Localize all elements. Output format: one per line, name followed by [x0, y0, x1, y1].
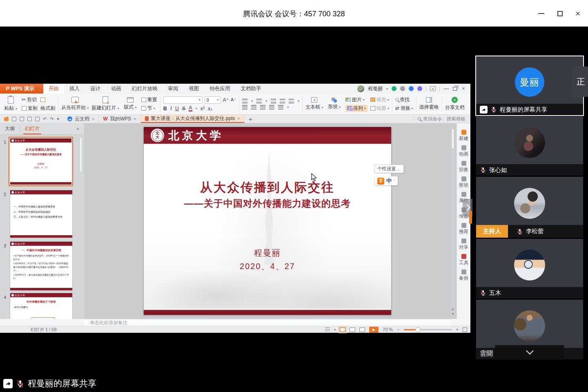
new-slide-button[interactable]: 新建幻灯片 ▾ — [91, 96, 119, 111]
tab-home[interactable]: 开始 — [43, 84, 64, 94]
notes-toggle-icon[interactable] — [325, 327, 330, 332]
picture-button[interactable]: 图片 ▾ — [345, 96, 368, 103]
close-button[interactable]: × — [574, 10, 581, 17]
tab-review[interactable]: 审阅 — [163, 84, 184, 94]
export-icon[interactable] — [20, 117, 24, 121]
close-tab-icon[interactable]: × — [92, 116, 94, 121]
bold-button[interactable]: B — [163, 106, 167, 111]
account-name[interactable]: 程曼丽 — [368, 85, 383, 92]
justify-icon[interactable] — [269, 105, 274, 109]
layout-button[interactable]: 版式 ▾ — [122, 97, 138, 111]
canvas-scrollbar-thumb[interactable] — [451, 128, 454, 149]
tool-transition[interactable]: 切换 — [459, 161, 468, 173]
save-icon[interactable] — [12, 117, 16, 121]
reading-view-icon[interactable] — [359, 327, 365, 332]
normal-view-icon[interactable] — [340, 327, 345, 332]
wps-app-button[interactable]: P WPS 演示 ▾ — [0, 84, 43, 94]
thumbnail-1-selected[interactable]: 北京大学 从大众传播到人际交往 ——关于中国对外传播能力建设的思考 程曼丽 20… — [9, 137, 73, 186]
ime-lang-indicator[interactable]: 中 — [386, 177, 392, 185]
tab-insert[interactable]: 插入 — [64, 84, 85, 94]
outdent-icon[interactable] — [271, 99, 276, 103]
thumbnail-4[interactable]: 北京大学 对外传播发展的三个阶段 • 硬件设施建设 — [10, 293, 72, 319]
reset-button[interactable]: 重置 — [141, 96, 157, 103]
participant-tile-sharer[interactable]: 曼丽 程曼丽的屏幕共享 — [476, 56, 583, 115]
account-avatar[interactable] — [357, 85, 364, 92]
bullet-list-icon[interactable] — [242, 99, 247, 103]
decrease-font-button[interactable]: A⁻ — [231, 97, 236, 102]
arrange-button[interactable]: 排列 ▾ — [345, 105, 368, 112]
redo-icon[interactable]: ↷ — [50, 116, 53, 122]
thumbnail-3[interactable]: 北京大学 一、中国对外传播建设的发展历程 • 在中国对外传播的发展历程中，200… — [10, 242, 72, 290]
close-panel-icon[interactable]: × — [76, 126, 84, 132]
slide-canvas[interactable]: 北大 北京大学 从大众传播到人际交往 ——关于中国对外传播能力建设的思考 程曼丽… — [144, 127, 391, 315]
new-tab-button[interactable]: + — [245, 115, 256, 123]
selection-pane-button[interactable]: 选择窗格 — [419, 97, 439, 111]
tool-backup[interactable]: 备份 — [459, 270, 468, 281]
fill-button[interactable]: 填充 ▾ — [370, 96, 389, 103]
canvas-scrollbar[interactable] — [451, 127, 455, 315]
wps-restore-button[interactable] — [453, 87, 457, 91]
tab-view[interactable]: 视图 — [184, 84, 205, 94]
fit-slide-icon[interactable] — [463, 327, 467, 332]
cut-button[interactable]: ✂剪切 — [22, 96, 38, 103]
collapse-panel-button[interactable] — [495, 345, 564, 360]
tool-shapes[interactable]: 形状 — [459, 176, 468, 188]
undo-icon[interactable]: ↶ — [43, 116, 47, 122]
ime-mode-icon[interactable]: ° — [394, 179, 395, 183]
text-direction-icon[interactable] — [289, 99, 294, 103]
line-spacing-icon[interactable] — [278, 105, 283, 109]
participant-tile[interactable]: 五木 — [476, 239, 583, 298]
ime-bar[interactable]: S 中 ° — [375, 176, 398, 185]
slides-tab[interactable]: 幻灯片 — [20, 123, 45, 134]
font-color-button[interactable]: A — [189, 105, 192, 112]
collapse-ribbon-icon[interactable]: ▴ — [430, 86, 436, 91]
command-search-input[interactable]: 查找命令、搜索模板 — [418, 116, 466, 122]
underline-button[interactable]: U — [175, 106, 179, 111]
font-family-select[interactable]: ▾ — [163, 96, 203, 104]
italic-button[interactable]: I — [170, 105, 172, 111]
copy-button[interactable]: 复制 — [22, 105, 38, 112]
wps-close-button[interactable]: × — [461, 86, 466, 91]
tool-toolbox[interactable]: 工具 — [459, 254, 468, 266]
quick-access-dropdown-icon[interactable]: ▾ — [57, 116, 59, 122]
zoom-out-button[interactable]: − — [397, 327, 399, 332]
shapes-button[interactable]: 形状 ▾ — [326, 98, 343, 110]
outline-tab[interactable]: 大纲 — [0, 126, 20, 132]
participant-tile[interactable]: 张心如 — [476, 116, 583, 176]
superscript-button[interactable]: x² — [200, 106, 205, 111]
increase-font-button[interactable]: A⁺ — [223, 97, 229, 103]
replace-button[interactable]: ⇄替换 ▾ — [395, 105, 413, 112]
help-icon[interactable] — [417, 86, 422, 91]
notes-input[interactable]: 单击此处添加备注 — [84, 319, 451, 326]
tab-animation[interactable]: 动画 — [106, 84, 127, 94]
zoom-slider-thumb[interactable] — [415, 327, 421, 332]
wps-minimize-button[interactable]: — — [443, 86, 449, 91]
zoom-in-button[interactable]: + — [456, 327, 459, 332]
indent-icon[interactable] — [280, 99, 285, 103]
numbered-list-icon[interactable] — [256, 99, 262, 103]
strikethrough-button[interactable]: S — [182, 106, 185, 111]
paste-button[interactable]: 粘贴 ▾ — [2, 96, 19, 112]
print-icon[interactable] — [27, 117, 32, 121]
tool-animation[interactable]: 动画 — [459, 145, 468, 157]
align-left-icon[interactable] — [242, 105, 247, 109]
text-box-button[interactable]: A 文本框 ▾ — [305, 97, 323, 111]
tab-slideshow[interactable]: 幻灯片放映 — [127, 84, 163, 94]
tab-special-apps[interactable]: 特色应用 — [205, 84, 236, 94]
doc-tab-mywps[interactable]: W 我的WPS × — [99, 115, 140, 123]
tab-doc-assistant[interactable]: 文档助手 — [236, 84, 267, 94]
prev-next-slide-buttons[interactable]: ▲▼ — [451, 307, 455, 316]
align-right-icon[interactable] — [260, 105, 265, 109]
tool-new[interactable]: 新建 — [459, 130, 468, 142]
preview-icon[interactable] — [35, 117, 40, 121]
close-tab-icon[interactable]: × — [238, 116, 240, 121]
font-size-select[interactable]: 0▾ — [205, 96, 221, 104]
tab-design[interactable]: 设计 — [85, 84, 106, 94]
zoom-slider[interactable] — [404, 329, 452, 330]
section-button[interactable]: 节 ▾ — [141, 105, 157, 112]
share-doc-button[interactable]: < 分享文档 — [445, 97, 465, 111]
tool-share[interactable]: 分享 — [459, 238, 468, 250]
doc-tab-presentation[interactable]: 重大讲座：从大众传播到人际交往.pptx × — [141, 115, 245, 123]
find-button[interactable]: 查找 — [395, 96, 413, 103]
subscript-button[interactable]: x₂ — [208, 106, 212, 111]
